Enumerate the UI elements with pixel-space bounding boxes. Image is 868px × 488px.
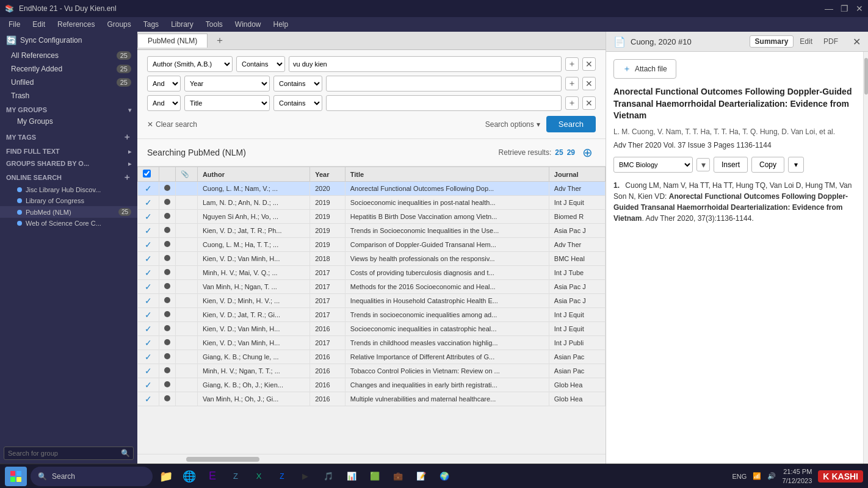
add-row-1-button[interactable]: ＋ xyxy=(565,57,579,71)
table-row[interactable]: ✓ Nguyen Si Anh, H.; Vo, ... 2019 Hepati… xyxy=(138,210,606,224)
table-row[interactable]: ✓ Cuong, L. M.; Ha, T. T.; ... 2019 Comp… xyxy=(138,238,606,252)
sidebar-item-unfiled[interactable]: Unfiled 25 xyxy=(0,76,137,89)
search-button[interactable]: Search xyxy=(546,116,596,132)
tab-pubmed[interactable]: PubMed (NLM) xyxy=(137,34,208,48)
row-check[interactable]: ✓ xyxy=(138,210,159,224)
online-item-wos[interactable]: Web of Science Core C... xyxy=(0,218,137,229)
menu-edit[interactable]: Edit xyxy=(26,20,51,29)
add-tab-button[interactable]: ＋ xyxy=(208,32,232,49)
condition-select-1[interactable]: Contains xyxy=(236,56,285,72)
remove-row-3-button[interactable]: ✕ xyxy=(582,96,596,110)
taskbar-icon-8[interactable]: 🎵 xyxy=(319,467,338,486)
taskbar-icon-11[interactable]: 💼 xyxy=(388,467,408,486)
taskbar-chrome[interactable]: 🌐 xyxy=(179,467,199,486)
taskbar-icon-7[interactable]: ▶ xyxy=(295,467,315,486)
attach-file-button[interactable]: ＋ Attach file xyxy=(613,59,676,79)
retrieve-29[interactable]: 29 xyxy=(567,148,575,157)
taskbar-zalo[interactable]: Z xyxy=(272,467,292,486)
copy-button[interactable]: Copy xyxy=(751,157,784,173)
add-results-button[interactable]: ⊕ xyxy=(579,144,596,161)
table-row[interactable]: ✓ Van Minh, H.; Oh, J.; Gi... 2016 Multi… xyxy=(138,392,606,406)
table-row[interactable]: ✓ Cuong, L. M.; Nam, V.; ... 2020 Anorec… xyxy=(138,182,606,196)
row-check[interactable]: ✓ xyxy=(138,308,159,322)
table-row[interactable]: ✓ Van Minh, H.; Ngan, T. ... 2017 Method… xyxy=(138,280,606,294)
row-check[interactable]: ✓ xyxy=(138,196,159,210)
remove-row-1-button[interactable]: ✕ xyxy=(582,57,596,71)
sidebar-item-recently-added[interactable]: Recently Added 25 xyxy=(0,62,137,76)
journal-dropdown-btn[interactable]: ▾ xyxy=(696,158,710,171)
my-tags-add-icon[interactable]: ＋ xyxy=(123,132,131,143)
menu-references[interactable]: References xyxy=(51,20,101,29)
search-group-input[interactable] xyxy=(4,447,134,460)
online-search-add-icon[interactable]: ＋ xyxy=(123,172,131,183)
field-select-3[interactable]: Title xyxy=(184,95,270,111)
table-row[interactable]: ✓ Kien, V. D.; Minh, H. V.; ... 2017 Ine… xyxy=(138,294,606,308)
table-row[interactable]: ✓ Kien, V. D.; Jat, T. R.; Gi... 2017 Tr… xyxy=(138,308,606,322)
row-check[interactable]: ✓ xyxy=(138,266,159,280)
right-panel-close-button[interactable]: ✕ xyxy=(853,36,861,48)
table-row[interactable]: ✓ Minh, H. V.; Mai, V. Q.; ... 2017 Cost… xyxy=(138,266,606,280)
table-row[interactable]: ✓ Kien, V. D.; Jat, T. R.; Ph... 2019 Tr… xyxy=(138,224,606,238)
insert-button[interactable]: Insert xyxy=(714,157,748,173)
row-check[interactable]: ✓ xyxy=(138,238,159,252)
table-row[interactable]: ✓ Kien, V. D.; Van Minh, H... 2018 Views… xyxy=(138,252,606,266)
search-value-1[interactable] xyxy=(289,56,562,72)
add-row-3-button[interactable]: ＋ xyxy=(565,96,579,110)
row-check[interactable]: ✓ xyxy=(138,392,159,406)
field-select-2[interactable]: Year xyxy=(184,76,270,92)
section-online-search[interactable]: ONLINE SEARCH ＋ xyxy=(0,168,137,184)
menu-library[interactable]: Library xyxy=(165,20,200,29)
online-item-pubmed[interactable]: PubMed (NLM) 25 xyxy=(0,206,137,218)
field-select-1[interactable]: Author (Smith, A.B.) xyxy=(147,56,233,72)
start-button[interactable] xyxy=(5,467,27,486)
row-check[interactable]: ✓ xyxy=(138,280,159,294)
section-groups-shared[interactable]: GROUPS SHARED BY O... ▸ xyxy=(0,156,137,168)
col-journal[interactable]: Journal xyxy=(549,167,605,182)
taskbar-endnote[interactable]: E xyxy=(203,467,222,486)
table-row[interactable]: ✓ Lam, N. D.; Anh, N. D.; ... 2019 Socio… xyxy=(138,196,606,210)
row-check[interactable]: ✓ xyxy=(138,378,159,392)
journal-select[interactable]: BMC Biology xyxy=(613,157,693,173)
bool-select-3[interactable]: And xyxy=(147,95,181,111)
section-find-full-text[interactable]: FIND FULL TEXT ▸ xyxy=(0,144,137,156)
menu-file[interactable]: File xyxy=(2,20,26,29)
sidebar-item-trash[interactable]: Trash xyxy=(0,89,137,102)
table-row[interactable]: ✓ Minh, H. V.; Ngan, T. T.; ... 2016 Tob… xyxy=(138,364,606,378)
menu-window[interactable]: Window xyxy=(229,20,267,29)
taskbar-icon-9[interactable]: 📊 xyxy=(342,467,361,486)
search-options-button[interactable]: Search options ▾ xyxy=(485,120,540,129)
tab-summary[interactable]: Summary xyxy=(750,35,794,48)
retrieve-25[interactable]: 25 xyxy=(555,148,563,157)
clear-search-button[interactable]: ✕ Clear search xyxy=(147,120,197,129)
sidebar-item-all-references[interactable]: All References 25 xyxy=(0,49,137,62)
condition-select-3[interactable]: Contains xyxy=(273,95,322,111)
col-title[interactable]: Title xyxy=(345,167,549,182)
expand-button[interactable]: ▾ xyxy=(788,157,804,173)
search-value-3[interactable] xyxy=(326,95,562,111)
menu-help[interactable]: Help xyxy=(267,20,295,29)
sync-config-item[interactable]: 🔄 Sync Configuration xyxy=(0,32,137,49)
table-row[interactable]: ✓ Giang, K. B.; Chung le, ... 2016 Relat… xyxy=(138,350,606,364)
tab-pdf[interactable]: PDF xyxy=(819,35,843,48)
col-year[interactable]: Year xyxy=(310,167,345,182)
hscroll-bar[interactable] xyxy=(137,454,606,464)
tab-edit[interactable]: Edit xyxy=(795,35,817,48)
taskbar-icon-12[interactable]: 📝 xyxy=(411,467,431,486)
menu-groups[interactable]: Groups xyxy=(101,20,137,29)
search-value-2[interactable] xyxy=(326,76,562,92)
row-check[interactable]: ✓ xyxy=(138,294,159,308)
right-scrollbar[interactable] xyxy=(863,52,868,464)
sidebar-item-my-groups-sub[interactable]: My Groups xyxy=(0,115,137,128)
menu-tags[interactable]: Tags xyxy=(137,20,165,29)
bool-select-2[interactable]: And xyxy=(147,76,181,92)
maximize-btn[interactable]: ❐ xyxy=(841,4,848,13)
table-row[interactable]: ✓ Kien, V. D.; Van Minh, H... 2016 Socio… xyxy=(138,322,606,336)
row-check[interactable]: ✓ xyxy=(138,364,159,378)
close-btn[interactable]: ✕ xyxy=(856,4,863,13)
online-item-jisc[interactable]: Jisc Library Hub Discov... xyxy=(0,184,137,195)
condition-select-2[interactable]: Contains xyxy=(273,76,322,92)
section-my-groups[interactable]: MY GROUPS ▾ xyxy=(0,102,137,115)
taskbar-excel[interactable]: X xyxy=(249,467,269,486)
online-item-loc[interactable]: Library of Congress xyxy=(0,195,137,206)
titlebar-controls[interactable]: — ❐ ✕ xyxy=(825,4,863,13)
